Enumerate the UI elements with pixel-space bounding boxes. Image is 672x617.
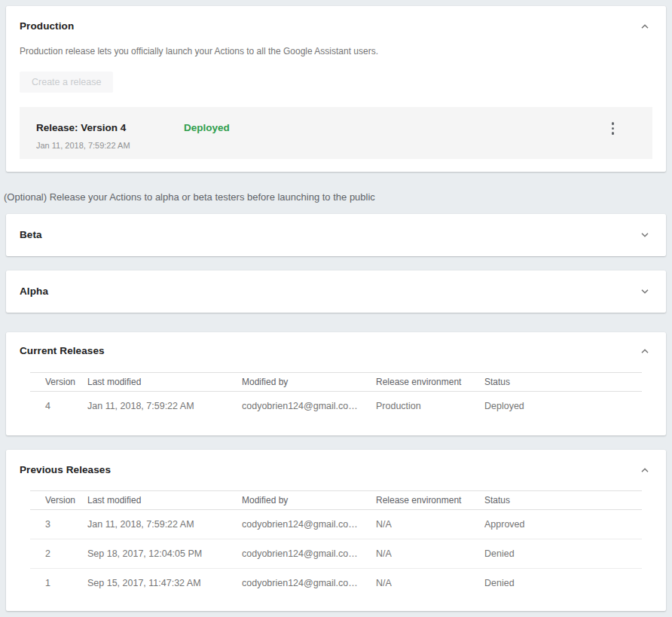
cell-modified-by: codyobrien124@gmail.co…	[242, 539, 376, 569]
column-header-release-environment: Release environment	[376, 373, 484, 392]
releases-page: Production Production release lets you o…	[0, 0, 672, 617]
previous-releases-panel-header[interactable]: Previous Releases	[6, 465, 666, 475]
column-header-last-modified: Last modified	[87, 491, 242, 510]
table-header-row: Version Last modified Modified by Releas…	[30, 373, 642, 392]
alpha-panel-header[interactable]: Alpha	[6, 270, 666, 313]
production-description: Production release lets you officially l…	[20, 47, 649, 57]
cell-version: 4	[30, 392, 87, 421]
production-panel-title: Production	[20, 21, 74, 32]
cell-last-modified: Jan 11, 2018, 7:59:22 AM	[87, 392, 242, 421]
table-header-row: Version Last modified Modified by Releas…	[30, 491, 642, 510]
table-row: 3 Jan 11, 2018, 7:59:22 AM codyobrien124…	[30, 510, 642, 539]
production-release-card: Release: Version 4 Jan 11, 2018, 7:59:22…	[20, 107, 652, 159]
cell-last-modified: Sep 18, 2017, 12:04:05 PM	[87, 539, 242, 569]
more-vert-icon[interactable]	[610, 121, 616, 136]
column-header-version: Version	[30, 491, 87, 510]
cell-status: Denied	[484, 539, 642, 569]
current-releases-title: Current Releases	[20, 346, 105, 356]
cell-release-environment: N/A	[376, 510, 484, 539]
cell-version: 2	[30, 539, 87, 569]
current-releases-panel-header[interactable]: Current Releases	[6, 346, 666, 356]
table-row: 4 Jan 11, 2018, 7:59:22 AM codyobrien124…	[30, 392, 642, 421]
column-header-last-modified: Last modified	[87, 373, 242, 392]
release-name: Release: Version 4	[36, 123, 184, 133]
create-release-button[interactable]: Create a release	[20, 72, 113, 93]
cell-status: Deployed	[484, 392, 642, 421]
previous-releases-title: Previous Releases	[20, 465, 111, 475]
cell-status: Approved	[484, 510, 642, 539]
chevron-up-icon[interactable]	[640, 348, 649, 354]
production-panel: Production Production release lets you o…	[6, 6, 666, 172]
table-row: 1 Sep 15, 2017, 11:47:32 AM codyobrien12…	[30, 569, 642, 598]
chevron-up-icon[interactable]	[640, 23, 649, 29]
cell-last-modified: Jan 11, 2018, 7:59:22 AM	[87, 510, 242, 539]
beta-panel-title: Beta	[20, 230, 42, 240]
cell-release-environment: N/A	[376, 539, 484, 569]
column-header-status: Status	[484, 373, 642, 392]
cell-modified-by: codyobrien124@gmail.co…	[242, 569, 376, 598]
chevron-up-icon[interactable]	[640, 467, 649, 473]
column-header-modified-by: Modified by	[242, 373, 376, 392]
column-header-version: Version	[30, 373, 87, 392]
previous-releases-panel: Previous Releases Version Last modified …	[6, 450, 666, 611]
optional-note: (Optional) Release your Actions to alpha…	[4, 191, 666, 203]
column-header-modified-by: Modified by	[242, 491, 376, 510]
beta-panel-header[interactable]: Beta	[6, 214, 666, 256]
current-releases-panel: Current Releases Version Last modified M…	[6, 332, 666, 435]
cell-status: Denied	[484, 569, 642, 598]
release-date: Jan 11, 2018, 7:59:22 AM	[36, 141, 184, 150]
cell-modified-by: codyobrien124@gmail.co…	[242, 510, 376, 539]
current-releases-table: Version Last modified Modified by Releas…	[30, 372, 642, 420]
alpha-panel-title: Alpha	[20, 286, 48, 297]
production-panel-header[interactable]: Production	[20, 21, 649, 32]
cell-version: 1	[30, 569, 87, 598]
release-info: Release: Version 4 Jan 11, 2018, 7:59:22…	[36, 123, 184, 150]
cell-version: 3	[30, 510, 87, 539]
column-header-status: Status	[484, 491, 642, 510]
cell-release-environment: Production	[376, 392, 484, 421]
previous-releases-table: Version Last modified Modified by Releas…	[30, 490, 642, 597]
cell-modified-by: codyobrien124@gmail.co…	[242, 392, 376, 421]
table-row: 2 Sep 18, 2017, 12:04:05 PM codyobrien12…	[30, 539, 642, 569]
column-header-release-environment: Release environment	[376, 491, 484, 510]
chevron-down-icon[interactable]	[640, 289, 649, 295]
chevron-down-icon[interactable]	[640, 232, 649, 238]
cell-last-modified: Sep 15, 2017, 11:47:32 AM	[87, 569, 242, 598]
release-status-badge: Deployed	[184, 123, 230, 133]
cell-release-environment: N/A	[376, 569, 484, 598]
